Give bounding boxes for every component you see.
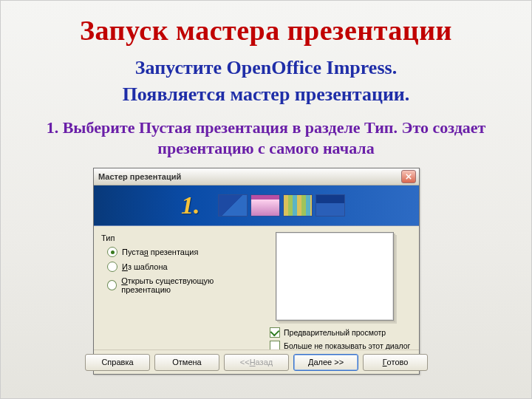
- help-button[interactable]: Справка: [85, 354, 150, 371]
- back-button: << Назад: [224, 354, 289, 371]
- radio-label: Пустая презентация: [122, 248, 198, 256]
- radio-icon: [107, 247, 117, 257]
- checkbox-icon: [270, 327, 280, 338]
- checkbox-preview[interactable]: Предварительный просмотр: [270, 327, 410, 338]
- radio-from-template[interactable]: Из шаблона: [107, 262, 256, 272]
- close-icon: [406, 174, 412, 180]
- next-button[interactable]: Далее >>: [293, 354, 358, 371]
- page-title: Запуск мастера презентации: [1, 1, 531, 47]
- cancel-button[interactable]: Отмена: [154, 354, 219, 371]
- thumb-icon: [316, 194, 345, 216]
- radio-open-existing[interactable]: Открыть существующую презентацию: [107, 276, 256, 294]
- thumb-icon: [283, 194, 313, 216]
- type-group: Тип Пустая презентация Из шаблона Открыт…: [100, 231, 256, 349]
- group-label-type: Тип: [101, 233, 256, 242]
- dialog-titlebar: Мастер презентаций: [94, 168, 419, 185]
- radio-icon: [107, 280, 117, 290]
- preview-pane: [276, 232, 394, 321]
- step-1-text: 1. Выберите Пустая презентация в разделе…: [45, 117, 487, 158]
- banner-thumbnails: [218, 194, 345, 216]
- close-button[interactable]: [401, 170, 416, 183]
- wizard-step-number: 1.: [181, 191, 200, 219]
- instruction-line-2: Появляется мастер презентации.: [1, 83, 531, 106]
- wizard-dialog: Мастер презентаций 1. Тип Пустая презент…: [93, 168, 420, 375]
- dialog-button-row: Справка Отмена << Назад Далее >> Готово: [94, 349, 419, 374]
- radio-label: Из шаблона: [122, 262, 168, 271]
- dialog-title: Мастер презентаций: [98, 172, 401, 181]
- radio-label: Открыть существующую презентацию: [121, 276, 256, 294]
- instruction-line-1: Запустите OpenOffice Impress.: [1, 57, 531, 79]
- radio-icon: [107, 262, 117, 272]
- checkbox-label: Предварительный просмотр: [284, 327, 386, 338]
- wizard-banner: 1.: [94, 185, 419, 226]
- slide: Запуск мастера презентации Запустите Ope…: [0, 0, 532, 399]
- radio-empty-presentation[interactable]: Пустая презентация: [107, 247, 256, 257]
- finish-button[interactable]: Готово: [363, 354, 428, 371]
- thumb-icon: [218, 194, 248, 216]
- thumb-icon: [250, 194, 280, 216]
